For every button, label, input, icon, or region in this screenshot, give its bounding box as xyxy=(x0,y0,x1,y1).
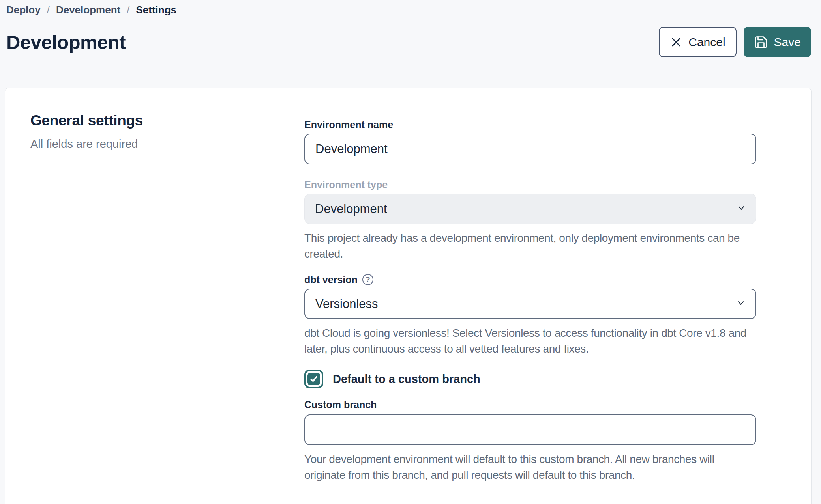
page-title: Development xyxy=(6,31,126,53)
chevron-down-icon xyxy=(736,297,746,311)
dbt-version-label-row: dbt version ? xyxy=(304,274,756,286)
custom-branch-toggle-label[interactable]: Default to a custom branch xyxy=(333,373,480,386)
cancel-button-label: Cancel xyxy=(688,35,725,49)
breadcrumb-separator: / xyxy=(127,4,129,16)
page-header: Development Cancel Save xyxy=(6,27,811,57)
environment-type-value: Development xyxy=(315,202,387,216)
header-actions: Cancel Save xyxy=(659,27,811,57)
dbt-version-select[interactable]: Versionless xyxy=(304,289,756,319)
custom-branch-checkbox[interactable] xyxy=(304,370,323,388)
save-icon xyxy=(754,35,768,49)
breadcrumb: Deploy / Development / Settings xyxy=(6,4,176,16)
checkmark-icon xyxy=(307,373,320,385)
dbt-version-field: dbt version ? Versionless dbt Cloud is g… xyxy=(304,274,756,357)
save-button-label: Save xyxy=(774,35,801,49)
breadcrumb-deploy[interactable]: Deploy xyxy=(6,4,41,16)
chevron-down-icon xyxy=(736,202,746,216)
environment-name-input[interactable] xyxy=(304,134,756,164)
help-icon[interactable]: ? xyxy=(362,274,373,285)
dbt-version-value: Versionless xyxy=(315,297,378,311)
environment-name-field: Environment name xyxy=(304,119,756,164)
environment-type-select: Development xyxy=(304,194,756,224)
custom-branch-helper: Your development environment will defaul… xyxy=(304,452,756,483)
environment-type-helper: This project already has a development e… xyxy=(304,230,756,262)
general-settings-card: General settings All fields are required… xyxy=(5,88,812,504)
section-title: General settings xyxy=(30,112,275,129)
dbt-version-helper: dbt Cloud is going versionless! Select V… xyxy=(304,325,756,357)
custom-branch-toggle-row: Default to a custom branch xyxy=(304,370,756,388)
save-button[interactable]: Save xyxy=(744,27,811,57)
breadcrumb-development[interactable]: Development xyxy=(56,4,120,16)
custom-branch-field: Custom branch Your development environme… xyxy=(304,399,756,483)
section-head: General settings All fields are required xyxy=(30,112,275,151)
dbt-version-label: dbt version xyxy=(304,274,358,286)
section-subtitle: All fields are required xyxy=(30,138,275,151)
breadcrumb-separator: / xyxy=(47,4,50,16)
environment-type-field: Environment type Development This projec… xyxy=(304,179,756,262)
settings-form: Environment name Environment type Develo… xyxy=(304,114,756,483)
environment-name-label: Environment name xyxy=(304,119,756,131)
breadcrumb-settings: Settings xyxy=(136,4,176,16)
cancel-button[interactable]: Cancel xyxy=(659,27,736,57)
custom-branch-label: Custom branch xyxy=(304,399,756,411)
environment-type-label: Environment type xyxy=(304,179,756,190)
custom-branch-input[interactable] xyxy=(304,414,756,445)
close-icon xyxy=(670,36,682,49)
